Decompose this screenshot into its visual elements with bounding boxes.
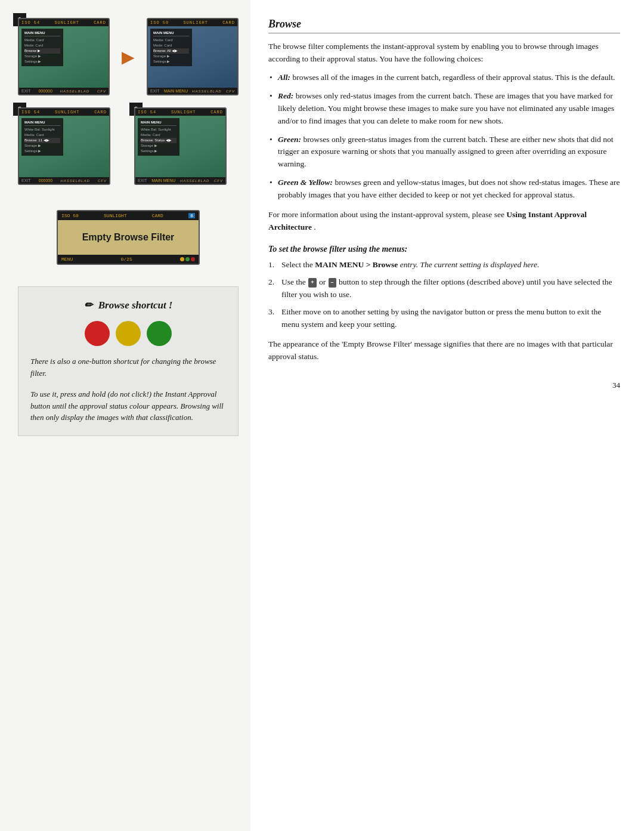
shortcut-text-1: There is also a one-button shortcut for … (30, 356, 226, 379)
dot-yellow (180, 257, 184, 261)
cam3-menu: MAIN MENU White Bal: Sunlight Media: Car… (21, 118, 63, 156)
step2-mid: or (319, 277, 328, 286)
bullet-red-text: browses only red-status images from the … (278, 91, 614, 125)
cam3-top-bar: ISO 54 SUNLIGHT CARD (19, 109, 109, 116)
cam1b-top-bar: ISO 50 SUNLIGHT CARD (148, 19, 237, 26)
step-1: Select the MAIN MENU > Browse entry. The… (268, 259, 620, 271)
numbered-steps: Select the MAIN MENU > Browse entry. The… (268, 259, 620, 331)
screenshot-row-2: 2 ISO 54 SUNLIGHT CARD MAIN MENU White B… (18, 107, 239, 185)
step1-pre: Select the (281, 260, 315, 269)
pencil-icon: ✏ (84, 299, 92, 311)
cam1-side-btns (109, 38, 110, 63)
cam1b-iso: ISO 50 (150, 20, 169, 25)
cam1b-wb: SUNLIGHT (183, 20, 208, 25)
ebd-card-badge: B (188, 213, 195, 218)
bullet-green-term: Green: (278, 135, 301, 144)
step3-text: Either move on to another setting by usi… (281, 307, 601, 329)
minus-icon: – (329, 278, 336, 288)
screenshot-item-3: 3 ISO 54 SUNLIGHT CARD MAIN MENU White B… (134, 107, 227, 185)
screenshot-row-1: 1 ISO 54 SUNLIGHT CARD MAIN MENU Media: … (18, 18, 239, 95)
cam1-wb: SUNLIGHT (54, 20, 79, 25)
cam1b-menu: MAIN MENU Media: Card Mode: Card Browse:… (150, 29, 192, 66)
cam1b-card: CARD (222, 20, 235, 25)
cam3-side-btns (109, 128, 110, 144)
bullet-all-term: All: (278, 73, 290, 82)
step1-italic: entry. The current setting is displayed … (400, 260, 540, 269)
ebd-card-label: CARD (152, 213, 163, 218)
shortcut-color-buttons (30, 321, 226, 346)
bullet-red-term: Red: (278, 91, 293, 100)
more-info-pre: For more information about using the ins… (268, 210, 506, 219)
cam1b-screen: MAIN MENU Media: Card Mode: Card Browse:… (148, 26, 237, 88)
cam1-top-bar: ISO 54 SUNLIGHT CARD (19, 19, 109, 26)
step-2: Use the + or – button to step through th… (268, 276, 620, 301)
ebd-bottom-bar: MENU 0/25 (58, 255, 199, 264)
cam1b-bottom-bar: EXIT MAIN MENU HASSELBLAD CFV (148, 88, 237, 94)
ebd-status-dots (180, 257, 195, 261)
ebd-count: 0/25 (121, 257, 132, 262)
ebd-main-area: Empty Browse Filter (58, 220, 199, 255)
ebd-menu-label: MENU (61, 257, 73, 262)
bullet-red: Red: browses only red-status images from… (268, 90, 620, 128)
closing-text: The appearance of the 'Empty Browse Filt… (268, 338, 620, 363)
cam1-iso: ISO 54 (21, 20, 40, 25)
section-title: Browse (268, 18, 620, 33)
cam4-screen: MAIN MENU White Bal: Sunlight Media: Car… (135, 116, 225, 177)
shortcut-btn-yellow[interactable] (116, 321, 141, 346)
cam4-top-bar: ISO 54 SUNLIGHT CARD (135, 109, 225, 116)
shortcut-btn-red[interactable] (85, 321, 110, 346)
bullet-all-text: browses all of the images in the current… (292, 73, 615, 82)
cam4-bottom-bar: EXIT MAIN MENU HASSELBLAD CFV (135, 177, 225, 184)
empty-browse-filter-text: Empty Browse Filter (64, 232, 193, 243)
cam1-menu: MAIN MENU Media: Card Mode: Card Browse … (21, 29, 63, 66)
more-info-text: For more information about using the ins… (268, 209, 620, 234)
shortcut-btn-green[interactable] (147, 321, 172, 346)
bullet-list: All: browses all of the images in the cu… (268, 72, 620, 202)
left-column: 1 ISO 54 SUNLIGHT CARD MAIN MENU Media: … (0, 0, 250, 831)
dot-green (185, 257, 190, 261)
cam1-bottom-bar: EXIT 000000 HASSELBLAD CFV (19, 88, 109, 94)
step1-bold: MAIN MENU > Browse (315, 260, 398, 269)
cam1b-side-btns (237, 38, 239, 63)
page-number: 34 (268, 381, 620, 390)
bullet-green-yellow: Green & Yellow: browses green and yellow… (268, 177, 620, 202)
bullet-gy-term: Green & Yellow: (278, 178, 333, 187)
cam1-screen: MAIN MENU Media: Card Mode: Card Browse … (19, 26, 109, 88)
ebd-top-bar: ISO 50 SUNLIGHT CARD B (58, 211, 199, 220)
right-column: Browse The browse filter complements the… (250, 0, 644, 831)
cam1-card: CARD (94, 20, 106, 25)
camera-3: ISO 54 SUNLIGHT CARD MAIN MENU White Bal… (18, 107, 110, 185)
ebd-iso: ISO 50 (61, 213, 79, 218)
cam3-screen: MAIN MENU White Bal: Sunlight Media: Car… (19, 116, 109, 177)
cam4-side-btns (225, 128, 227, 144)
screenshot-item-2: 2 ISO 54 SUNLIGHT CARD MAIN MENU White B… (18, 107, 110, 185)
shortcut-title-text: Browse shortcut ! (98, 299, 173, 311)
browse-shortcut-box: ✏ Browse shortcut ! There is also a one-… (18, 286, 239, 436)
bullet-green-text: browses only green-status images from th… (278, 135, 613, 169)
bullet-all: All: browses all of the images in the cu… (268, 72, 620, 84)
cam4-menu: MAIN MENU White Bal: Sunlight Media: Car… (138, 118, 179, 156)
shortcut-title: ✏ Browse shortcut ! (30, 299, 226, 311)
dot-red (191, 257, 195, 261)
cam3-bottom-bar: EXIT 000000 HASSELBLAD CFV (19, 177, 109, 184)
plus-icon: + (308, 278, 316, 288)
bullet-green: Green: browses only green-status images … (268, 134, 620, 171)
intro-text: The browse filter complements the instan… (268, 41, 620, 66)
arrow-right: ▶ (119, 47, 137, 67)
shortcut-text-2: To use it, press and hold (do not click!… (30, 388, 226, 424)
camera-1b: ISO 50 SUNLIGHT CARD MAIN MENU Media: Ca… (147, 18, 239, 95)
more-info-end: . (314, 223, 315, 231)
camera-1: ISO 54 SUNLIGHT CARD MAIN MENU Media: Ca… (18, 18, 110, 95)
empty-browse-display: ISO 50 SUNLIGHT CARD B Empty Browse Filt… (57, 210, 200, 265)
ebd-wb: SUNLIGHT (104, 213, 126, 218)
step2-pre: Use the (281, 277, 308, 286)
subsection-title: To set the browse filter using the menus… (268, 245, 620, 254)
step-3: Either move on to another setting by usi… (268, 306, 620, 331)
camera-4: ISO 54 SUNLIGHT CARD MAIN MENU White Bal… (134, 107, 227, 185)
